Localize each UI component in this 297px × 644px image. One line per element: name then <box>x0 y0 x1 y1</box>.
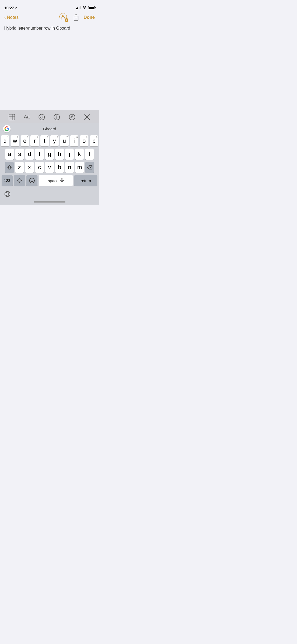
key-e[interactable]: 3e <box>21 135 29 146</box>
key-a[interactable]: a <box>5 149 14 160</box>
keyboard-header: Gboard <box>0 123 99 134</box>
key-c[interactable]: c <box>35 162 44 173</box>
battery-icon <box>88 6 95 9</box>
svg-point-19 <box>32 180 33 180</box>
shift-key[interactable] <box>5 162 14 173</box>
home-bar <box>34 201 65 203</box>
home-indicator <box>0 200 99 205</box>
key-x[interactable]: x <box>25 162 34 173</box>
close-icon[interactable] <box>84 114 90 120</box>
key-o[interactable]: 9o <box>80 135 88 146</box>
google-logo <box>3 125 11 132</box>
back-label[interactable]: Notes <box>7 15 18 20</box>
back-chevron-icon: ‹ <box>4 15 6 20</box>
key-n[interactable]: n <box>65 162 74 173</box>
key-row-1: 1q 2w 3e 4r 5t 6y 7u 8i 9o 0p <box>1 135 98 146</box>
bottom-row: 123 space <box>1 175 98 188</box>
key-l[interactable]: l <box>85 149 94 160</box>
key-t[interactable]: 5t <box>40 135 49 146</box>
note-title: Hybrid letter/number row in Gboard <box>4 25 95 31</box>
key-p[interactable]: 0p <box>90 135 98 146</box>
key-w[interactable]: 2w <box>11 135 19 146</box>
key-f[interactable]: f <box>35 149 44 160</box>
svg-rect-20 <box>61 178 63 181</box>
status-time: 10:27 <box>4 6 14 10</box>
emoji-key[interactable] <box>26 175 37 186</box>
key-row-3: z x c v b n m <box>1 162 98 173</box>
text-format-icon[interactable]: Aa <box>24 114 30 120</box>
key-j[interactable]: j <box>65 149 74 160</box>
globe-row <box>0 189 99 200</box>
done-button[interactable]: Done <box>84 15 95 20</box>
key-z[interactable]: z <box>15 162 24 173</box>
plus-badge: + <box>65 18 68 22</box>
add-icon[interactable] <box>54 114 60 120</box>
return-key[interactable]: return <box>74 175 97 186</box>
space-label: space <box>48 178 58 183</box>
return-label: return <box>81 178 91 183</box>
settings-key[interactable] <box>14 175 25 186</box>
key-m[interactable]: m <box>75 162 84 173</box>
wifi-icon <box>82 6 87 10</box>
key-v[interactable]: v <box>45 162 54 173</box>
keyboard-title: Gboard <box>43 127 56 131</box>
key-h[interactable]: h <box>55 149 64 160</box>
pencil-circle-icon[interactable] <box>69 114 75 120</box>
svg-point-17 <box>30 178 35 183</box>
key-row-2: a s d f g h j k l <box>1 149 98 160</box>
keyboard: Gboard 1q 2w 3e 4r 5t 6y 7u 8i 9o 0p a s… <box>0 123 99 205</box>
check-icon[interactable] <box>39 114 45 120</box>
share-button[interactable] <box>73 14 79 21</box>
status-bar: 10:27 ➤ <box>0 0 99 12</box>
nav-bar: ‹ Notes + Done <box>0 12 99 23</box>
nav-back[interactable]: ‹ Notes <box>4 15 18 20</box>
formatting-toolbar: Aa <box>0 111 99 123</box>
mic-icon <box>60 178 64 183</box>
key-g[interactable]: g <box>45 149 54 160</box>
backspace-key[interactable] <box>85 162 94 173</box>
svg-point-16 <box>19 180 20 181</box>
add-person-button[interactable]: + <box>59 13 68 22</box>
table-icon[interactable] <box>9 114 15 120</box>
nav-actions: + Done <box>59 13 95 22</box>
number-mode-key[interactable]: 123 <box>2 175 13 186</box>
key-r[interactable]: 4r <box>30 135 39 146</box>
space-key[interactable]: space <box>39 175 73 186</box>
key-rows: 1q 2w 3e 4r 5t 6y 7u 8i 9o 0p a s d f g … <box>0 134 99 189</box>
globe-icon[interactable] <box>4 191 11 198</box>
key-q[interactable]: 1q <box>1 135 9 146</box>
svg-point-0 <box>62 15 64 17</box>
key-y[interactable]: 6y <box>50 135 59 146</box>
key-k[interactable]: k <box>75 149 84 160</box>
location-icon: ➤ <box>15 6 17 10</box>
svg-rect-2 <box>9 114 15 120</box>
key-s[interactable]: s <box>15 149 24 160</box>
key-d[interactable]: d <box>25 149 34 160</box>
key-b[interactable]: b <box>55 162 64 173</box>
key-i[interactable]: 8i <box>70 135 78 146</box>
notes-area[interactable]: Hybrid letter/number row in Gboard <box>0 23 99 111</box>
svg-point-18 <box>31 180 31 180</box>
svg-point-7 <box>39 114 45 120</box>
key-u[interactable]: 7u <box>60 135 68 146</box>
signal-bars <box>76 6 81 9</box>
status-icons <box>76 6 95 10</box>
